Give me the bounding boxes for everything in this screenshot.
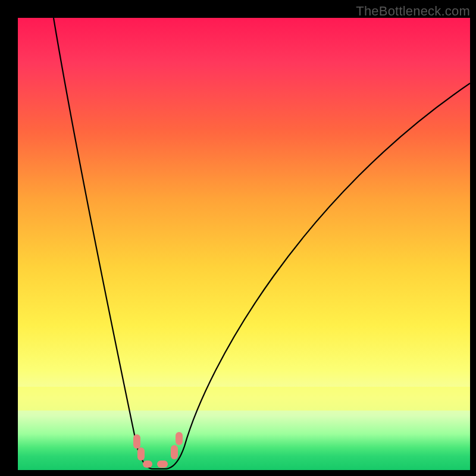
marker-left-upper [133, 434, 140, 449]
bottleneck-curve [54, 18, 470, 469]
watermark-text: TheBottleneck.com [356, 4, 470, 19]
curve-svg [18, 18, 470, 470]
outer-black-frame: TheBottleneck.com [0, 0, 476, 476]
marker-left-lower [137, 447, 145, 461]
marker-floor-right [157, 461, 168, 468]
marker-right-lower [171, 445, 178, 459]
marker-right-upper [176, 432, 183, 445]
marker-floor-left [143, 461, 152, 468]
plot-area [18, 18, 470, 470]
